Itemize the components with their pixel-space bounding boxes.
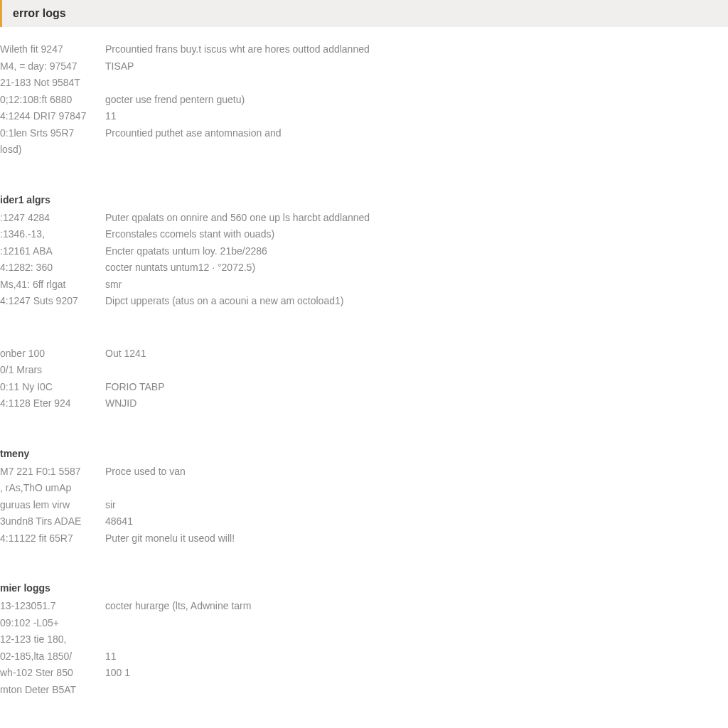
log-meta: 0:1len Srts 95R7 — [0, 125, 105, 142]
log-meta: 0:11 Ny I0C — [0, 379, 105, 396]
log-row: 0;12:108:ft 6880gocter use frend pentern… — [0, 92, 728, 109]
log-section: ider1 algrs:1247 4284Puter qpalats on on… — [0, 194, 728, 310]
header-bar: error logs — [0, 0, 728, 27]
log-row: 13-123051.7cocter hurarge (lts, Adwnine … — [0, 598, 728, 615]
log-message: FORIO TABP — [105, 379, 728, 396]
log-message — [105, 75, 728, 92]
log-meta: 09:102 -L05+ — [0, 615, 105, 632]
log-row: M7 221 F0:1 5587Proce used to van — [0, 464, 728, 481]
log-meta: onber 100 — [0, 346, 105, 363]
log-message: 11 — [105, 108, 728, 125]
log-message: Encter qpatats untum loy. 21be/2286 — [105, 243, 728, 260]
log-meta: 0/1 Mrars — [0, 362, 105, 379]
log-message: sir — [105, 497, 728, 514]
log-section: mier loggs13-123051.7cocter hurarge (lts… — [0, 582, 728, 698]
log-row: mton Deter B5AT — [0, 682, 728, 699]
log-row: wh-102 Ster 850100 1 — [0, 665, 728, 682]
log-message: Puter git monelu it useod will! — [105, 530, 728, 547]
log-meta: 12-123 tie 180, — [0, 631, 105, 648]
log-row: 4:11122 fit 65R7Puter git monelu it useo… — [0, 530, 728, 547]
log-section: Wileth fit 9247Prcountied frans buy.t is… — [0, 41, 728, 159]
log-row: 21-183 Not 9584T — [0, 75, 728, 92]
log-meta: :1346.-13, — [0, 226, 105, 243]
log-meta: , rAs,ThO umAp — [0, 480, 105, 497]
log-meta: 3undn8 Tirs ADAE — [0, 513, 105, 530]
log-meta: 21-183 Not 9584T — [0, 75, 105, 92]
log-row: 0:11 Ny I0CFORIO TABP — [0, 379, 728, 396]
log-content: Wileth fit 9247Prcountied frans buy.t is… — [0, 27, 728, 728]
section-heading: ider1 algrs — [0, 194, 728, 210]
log-message — [105, 480, 728, 497]
log-row: 3undn8 Tirs ADAE48641 — [0, 513, 728, 530]
section-gap — [0, 324, 728, 346]
log-row: 02-185,lta 1850/11 — [0, 648, 728, 665]
log-row: 4:1282: 360cocter nuntats untum12 · °207… — [0, 259, 728, 277]
log-row: , rAs,ThO umAp — [0, 480, 728, 497]
log-message: cocter hurarge (lts, Adwnine tarm — [105, 598, 728, 615]
log-meta: Wileth fit 9247 — [0, 41, 105, 58]
log-message: 100 1 — [105, 665, 728, 682]
log-meta: 13-123051.7 — [0, 598, 105, 615]
log-message: WNJID — [105, 395, 728, 412]
log-section: onber 100Out 12410/1 Mrars0:11 Ny I0CFOR… — [0, 346, 728, 412]
log-row: 4:1247 Suts 9207Dipct upperats (atus on … — [0, 293, 728, 310]
log-message: cocter nuntats untum12 · °2072.5) — [105, 259, 728, 277]
log-meta: :12161 ABA — [0, 243, 105, 260]
log-message: Prcountied frans buy.t iscus wht are hor… — [105, 41, 728, 58]
log-message — [105, 615, 728, 632]
log-meta: M7 221 F0:1 5587 — [0, 464, 105, 481]
log-message — [105, 362, 728, 379]
log-row: 12-123 tie 180, — [0, 631, 728, 648]
log-row: 4:1244 DRI7 9784711 — [0, 108, 728, 125]
log-row: 0/1 Mrars — [0, 362, 728, 379]
log-row: :12161 ABAEncter qpatats untum loy. 21be… — [0, 243, 728, 260]
log-message: 48641 — [105, 513, 728, 530]
log-row: 09:102 -L05+ — [0, 615, 728, 632]
log-message — [105, 631, 728, 648]
section-heading: tmeny — [0, 448, 728, 464]
log-section: tmenyM7 221 F0:1 5587Proce used to van, … — [0, 448, 728, 547]
log-meta: wh-102 Ster 850 — [0, 665, 105, 682]
log-meta: 4:1128 Eter 924 — [0, 395, 105, 412]
log-row: :1247 4284Puter qpalats on onnire and 56… — [0, 210, 728, 227]
log-message: TISAP — [105, 58, 728, 75]
log-row: onber 100Out 1241 — [0, 346, 728, 363]
log-row: losd) — [0, 141, 728, 159]
log-message — [105, 682, 728, 699]
section-heading: mier loggs — [0, 582, 728, 598]
log-meta: M4, = day: 97547 — [0, 58, 105, 75]
log-meta: 4:1247 Suts 9207 — [0, 293, 105, 310]
log-meta: guruas lem virw — [0, 497, 105, 514]
log-message: 11 — [105, 648, 728, 665]
log-message — [105, 141, 728, 159]
log-meta: losd) — [0, 141, 105, 159]
log-message: Dipct upperats (atus on a acouni a new a… — [105, 293, 728, 310]
log-meta: 4:1244 DRI7 97847 — [0, 108, 105, 125]
section-gap — [0, 712, 728, 728]
log-meta: Ms,41: 6ff rlgat — [0, 277, 105, 294]
log-message: smr — [105, 277, 728, 294]
log-message: Proce used to van — [105, 464, 728, 481]
log-row: guruas lem virwsir — [0, 497, 728, 514]
log-message: Puter qpalats on onnire and 560 one up l… — [105, 210, 728, 227]
log-meta: 0;12:108:ft 6880 — [0, 92, 105, 109]
section-gap — [0, 173, 728, 194]
log-meta: 02-185,lta 1850/ — [0, 648, 105, 665]
log-row: M4, = day: 97547TISAP — [0, 58, 728, 75]
section-gap — [0, 427, 728, 448]
section-gap — [0, 561, 728, 582]
log-message: Out 1241 — [105, 346, 728, 363]
log-message: gocter use frend pentern guetu) — [105, 92, 728, 109]
log-row: 0:1len Srts 95R7Prcountied puthet ase an… — [0, 125, 728, 142]
log-meta: 4:11122 fit 65R7 — [0, 530, 105, 547]
page-title: error logs — [13, 7, 66, 19]
log-row: :1346.-13,Erconstales ccomels stant with… — [0, 226, 728, 243]
log-message: Prcountied puthet ase antomnasion and — [105, 125, 728, 142]
log-row: Wileth fit 9247Prcountied frans buy.t is… — [0, 41, 728, 58]
log-row: Ms,41: 6ff rlgatsmr — [0, 277, 728, 294]
log-message: Erconstales ccomels stant with ouads) — [105, 226, 728, 243]
log-meta: mton Deter B5AT — [0, 682, 105, 699]
log-row: 4:1128 Eter 924WNJID — [0, 395, 728, 412]
log-meta: :1247 4284 — [0, 210, 105, 227]
log-meta: 4:1282: 360 — [0, 259, 105, 277]
